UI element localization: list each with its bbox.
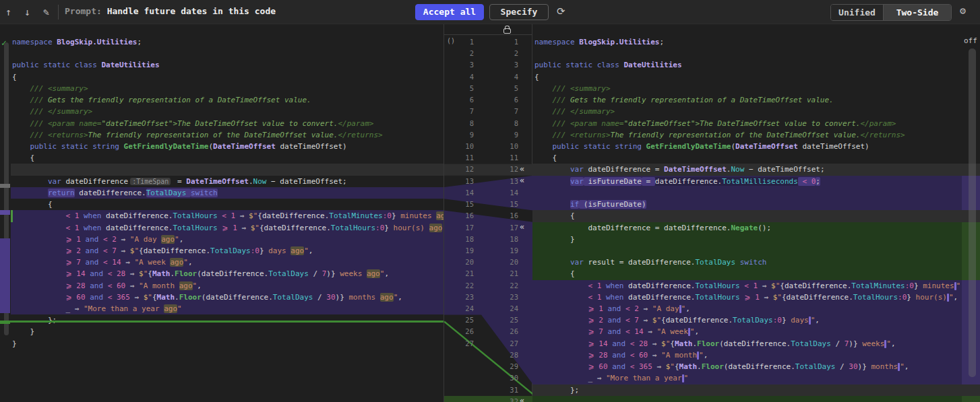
code-line-5[interactable]: /// <summary> (532, 83, 980, 94)
two-side-view-button[interactable]: Two-Side (884, 5, 951, 20)
code-line-16[interactable]: { (532, 210, 980, 222)
next-change-icon[interactable]: ↓ (24, 5, 30, 20)
code-line-3[interactable]: public static class DateUtilities (11, 59, 443, 71)
code-line-21[interactable]: ⩾ 14 and < 28 ⇒ $"{Math.Floor(dateDiffer… (11, 268, 443, 279)
specify-button[interactable]: Specify (489, 4, 549, 20)
code-line-6[interactable]: /// Gets the friendly representation of … (11, 94, 443, 106)
code-line-24[interactable]: ⩾ 1 and < 2 ⇒ "A day", (532, 303, 980, 314)
code-line-9[interactable]: /// <returns>The friendly representation… (11, 129, 443, 141)
line-number: 22 (444, 280, 474, 292)
code-line-14[interactable] (532, 187, 980, 199)
line-number: 10 (487, 141, 518, 152)
code-line-12[interactable] (11, 164, 443, 175)
code-line-1[interactable]: namespace BlogSkip.Utilities; (11, 36, 443, 48)
original-code-pane[interactable]: ✓ namespace BlogSkip.Utilities;public st… (0, 24, 443, 402)
refresh-icon[interactable]: ⟳ (557, 4, 565, 19)
line-number: 21 (444, 268, 474, 279)
code-line-20[interactable]: var result = dateDifference.TotalDays sw… (532, 257, 980, 268)
code-line-25[interactable]: ⩾ 2 and < 7 ⇒ $"{dateDifference.TotalDay… (532, 314, 980, 326)
code-line-7[interactable]: /// </summary> (11, 106, 443, 117)
code-line-18[interactable]: ⩾ 1 and < 2 ⇒ "A day ago", (11, 234, 443, 245)
code-line-2[interactable] (532, 48, 980, 59)
line-number: 6 (444, 94, 474, 106)
line-number: 5 (487, 83, 518, 94)
revert-block-button[interactable]: « (520, 395, 530, 402)
line-number: 9 (444, 129, 474, 141)
line-number: 11 (487, 152, 518, 164)
code-line-31[interactable]: }; (532, 384, 980, 396)
code-line-8[interactable]: /// <param name="dateTimeOffset">The Dat… (11, 118, 443, 129)
prev-change-icon[interactable]: ↑ (5, 5, 11, 20)
line-number: 13 (487, 176, 518, 187)
line-number: 21 (487, 268, 518, 279)
code-line-23[interactable]: < 1 when dateDifference.TotalHours ⩾ 1 ⇒… (532, 292, 980, 303)
code-line-22[interactable]: ⩾ 28 and < 60 ⇒ "A month ago", (11, 280, 443, 292)
code-line-20[interactable]: ⩾ 7 and < 14 ⇒ "A week ago", (11, 257, 443, 268)
line-number: 1 (487, 36, 518, 48)
code-line-9[interactable]: /// <returns>The friendly representation… (532, 129, 980, 141)
code-line-26[interactable]: } (11, 326, 443, 337)
prompt-display: Prompt: Handle future dates in this code (65, 6, 276, 16)
code-line-19[interactable] (532, 245, 980, 257)
line-number: 17 (487, 222, 518, 234)
code-line-10[interactable]: public static string GetFriendlyDateTime… (11, 141, 443, 152)
code-line-23[interactable]: ⩾ 60 and < 365 ⇒ $"{Math.Floor(dateDiffe… (11, 292, 443, 303)
scroll-lock-icon[interactable] (503, 28, 511, 34)
line-number: 26 (487, 326, 518, 337)
code-line-11[interactable]: { (11, 152, 443, 164)
code-line-18[interactable]: } (532, 234, 980, 245)
line-number: 27 (444, 338, 474, 349)
line-number: 16 (487, 210, 518, 222)
right-scrollbar-thumb[interactable] (969, 48, 976, 377)
code-line-28[interactable]: ⩾ 28 and < 60 ⇒ "A month", (532, 349, 980, 361)
line-number: 26 (444, 326, 474, 337)
code-line-27[interactable]: ⩾ 14 and < 28 ⇒ $"{Math.Floor(dateDiffer… (532, 338, 980, 349)
code-line-16[interactable]: < 1 when dateDifference.TotalHours < 1 ⇒… (11, 210, 443, 222)
code-line-3[interactable]: public static class DateUtilities (532, 59, 980, 71)
code-line-12[interactable]: var dateDifference = DateTimeOffset.Now … (532, 164, 980, 175)
revert-block-button[interactable]: « (520, 222, 530, 233)
code-line-8[interactable]: /// <param name="dateTimeOffset">The Dat… (532, 118, 980, 129)
code-line-7[interactable]: /// </summary> (532, 106, 980, 117)
line-number: 12 (487, 164, 518, 175)
line-number: 15 (444, 199, 474, 210)
code-line-27[interactable]: } (11, 338, 443, 349)
code-line-13[interactable]: var isFutureDate = dateDifference.TotalM… (532, 176, 980, 187)
left-line-numbers: 1234567891011121314151617181920212223242… (444, 36, 474, 349)
code-line-15[interactable]: if (isFutureDate) (532, 199, 980, 210)
code-line-4[interactable]: { (11, 71, 443, 83)
unified-view-button[interactable]: Unified (831, 5, 884, 20)
code-line-21[interactable]: { (532, 268, 980, 279)
code-line-11[interactable]: { (532, 152, 980, 164)
code-line-5[interactable]: /// <summary> (11, 83, 443, 94)
code-line-14[interactable]: return dateDifference.TotalDays switch (11, 187, 443, 199)
wrap-indicator: off (964, 36, 977, 45)
code-line-22[interactable]: < 1 when dateDifference.TotalHours < 1 ⇒… (532, 280, 980, 292)
gear-icon[interactable]: ⚙ (960, 5, 966, 17)
code-line-26[interactable]: ⩾ 7 and < 14 ⇒ "A week", (532, 326, 980, 337)
code-line-2[interactable] (11, 48, 443, 59)
insertion-indicator-line (8, 321, 443, 323)
gutter-top-border (444, 34, 532, 35)
code-line-13[interactable]: var dateDifference:TimeSpan = DateTimeOf… (11, 176, 443, 187)
code-line-29[interactable]: ⩾ 60 and < 365 ⇒ $"{Math.Floor(dateDiffe… (532, 361, 980, 372)
edit-prompt-icon[interactable]: ✎ (43, 5, 49, 20)
code-line-17[interactable]: < 1 when dateDifference.TotalHours ⩾ 1 ⇒… (11, 222, 443, 234)
code-line-10[interactable]: public static string GetFriendlyDateTime… (532, 141, 980, 152)
accept-all-button[interactable]: Accept all (415, 4, 484, 20)
revert-block-button[interactable]: « (520, 164, 530, 175)
code-line-6[interactable]: /// Gets the friendly representation of … (532, 94, 980, 106)
revert-block-button[interactable]: « (520, 175, 530, 187)
code-line-30[interactable]: _ ⇒ "More than a year" (532, 372, 980, 384)
code-line-32[interactable] (532, 396, 980, 402)
line-number: 8 (444, 118, 474, 129)
code-line-4[interactable]: { (532, 71, 980, 83)
code-line-17[interactable]: dateDifference = dateDifference.Negate()… (532, 222, 980, 234)
code-line-1[interactable]: namespace BlogSkip.Utilities; (532, 36, 980, 48)
code-line-19[interactable]: ⩾ 2 and < 7 ⇒ $"{dateDifference.TotalDay… (11, 245, 443, 257)
code-line-15[interactable]: { (11, 199, 443, 210)
line-number: 7 (444, 106, 474, 117)
modified-code-pane[interactable]: namespace BlogSkip.Utilities;public stat… (532, 24, 980, 402)
line-number: 10 (444, 141, 474, 152)
code-line-24[interactable]: _ ⇒ "More than a year ago" (11, 303, 443, 314)
